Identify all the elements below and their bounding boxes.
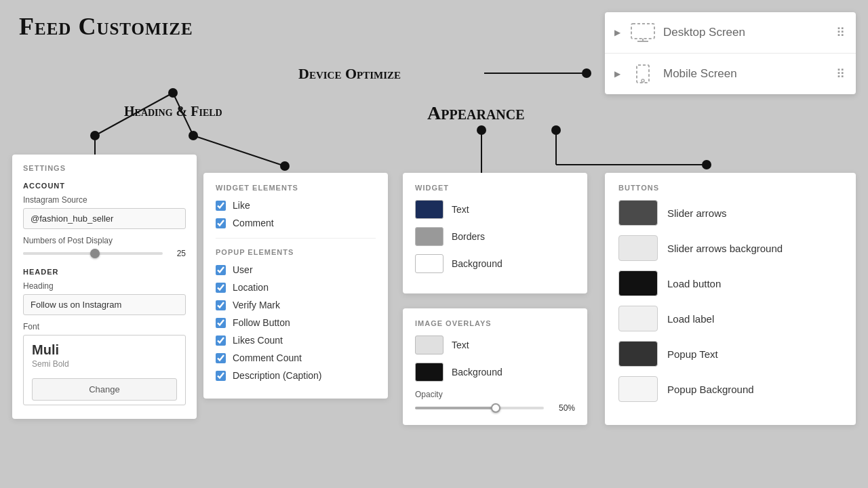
- popup-comment-count-row: Comment Count: [216, 352, 376, 363]
- popup-location-row: Location: [216, 282, 376, 293]
- svg-point-9: [582, 68, 591, 78]
- slider-arrows-bg-swatch[interactable]: [618, 235, 658, 261]
- follow-checkbox[interactable]: [216, 318, 226, 328]
- likes-label: Likes Count: [233, 335, 283, 346]
- desktop-arrow-icon: ▶: [614, 28, 624, 37]
- svg-point-11: [477, 125, 486, 135]
- mobile-screen-item[interactable]: ▶ Mobile Screen ⠿: [605, 54, 856, 94]
- slider-arrows-bg-row: Slider arrows background: [618, 235, 842, 261]
- comment-count-label: Comment Count: [233, 352, 302, 363]
- change-font-button[interactable]: Change: [32, 378, 177, 401]
- popup-follow-row: Follow Button: [216, 317, 376, 328]
- location-checkbox[interactable]: [216, 283, 226, 293]
- load-label-row: Load label: [618, 306, 842, 331]
- device-optimize-label: Device Optimize: [298, 65, 401, 83]
- font-weight: Semi Bold: [32, 359, 177, 369]
- overlay-bg-label: Background: [452, 367, 502, 378]
- widget-elements-title: WIDGET ELEMENTS: [216, 184, 376, 192]
- appearance-label: Appearance: [427, 102, 525, 124]
- likes-checkbox[interactable]: [216, 336, 226, 346]
- slider-arrows-row: Slider arrows: [618, 200, 842, 226]
- verify-checkbox[interactable]: [216, 300, 226, 310]
- font-box: Muli Semi Bold Change: [23, 335, 186, 405]
- mobile-screen-dots[interactable]: ⠿: [836, 66, 846, 81]
- popup-likes-row: Likes Count: [216, 335, 376, 346]
- widget-borders-row: Borders: [415, 227, 575, 246]
- like-label: Like: [233, 200, 250, 211]
- load-button-swatch[interactable]: [618, 270, 658, 296]
- slider-arrows-swatch[interactable]: [618, 200, 658, 226]
- mobile-arrow-icon: ▶: [614, 69, 624, 79]
- popup-bg-row: Popup Background: [618, 376, 842, 402]
- popup-elements-title: POPUP ELEMENTS: [216, 248, 376, 256]
- like-checkbox[interactable]: [216, 201, 226, 211]
- svg-point-14: [702, 160, 711, 169]
- image-overlays-panel: IMAGE OVERLAYS Text Background Opacity 5…: [403, 308, 587, 425]
- popup-verify-row: Verify Mark: [216, 300, 376, 310]
- svg-point-5: [189, 131, 198, 140]
- widget-comment-row: Comment: [216, 218, 376, 228]
- svg-point-20: [642, 79, 644, 82]
- popup-text-row: Popup Text: [618, 341, 842, 367]
- header-label: HEADER: [23, 268, 186, 276]
- heading-field-label: Heading & Field: [124, 104, 222, 119]
- svg-point-0: [168, 88, 178, 98]
- heading-input[interactable]: [23, 294, 186, 315]
- popup-bg-swatch[interactable]: [618, 376, 658, 402]
- settings-panel: SETTINGS ACCOUNT Instagram Source Number…: [12, 155, 197, 419]
- font-label: Font: [23, 322, 186, 331]
- widget-background-row: Background: [415, 254, 575, 273]
- opacity-slider-track[interactable]: [415, 407, 544, 409]
- mobile-screen-icon: [631, 64, 655, 83]
- overlay-bg-row: Background: [415, 363, 575, 382]
- font-name: Muli: [32, 342, 177, 358]
- comment-label: Comment: [233, 218, 274, 228]
- widget-borders-label: Borders: [452, 231, 485, 242]
- user-checkbox[interactable]: [216, 265, 226, 275]
- widget-title: WIDGET: [415, 184, 575, 192]
- load-button-label: Load button: [667, 278, 721, 289]
- widget-text-label: Text: [452, 204, 469, 215]
- load-button-row: Load button: [618, 270, 842, 296]
- follow-label: Follow Button: [233, 317, 290, 328]
- verify-label: Verify Mark: [233, 300, 280, 310]
- comment-count-checkbox[interactable]: [216, 353, 226, 363]
- slider-arrows-label: Slider arrows: [667, 207, 727, 219]
- svg-point-7: [280, 161, 290, 171]
- widget-background-label: Background: [452, 258, 502, 269]
- widget-background-swatch[interactable]: [415, 254, 443, 273]
- load-label-label: Load label: [667, 313, 714, 325]
- popup-user-row: User: [216, 264, 376, 275]
- buttons-title: BUTTONS: [618, 184, 842, 192]
- widget-like-row: Like: [216, 200, 376, 211]
- widget-text-row: Text: [415, 200, 575, 219]
- heading-label: Heading: [23, 281, 186, 291]
- page-title: Feed Customize: [19, 12, 193, 41]
- svg-point-15: [551, 125, 561, 135]
- svg-rect-16: [631, 24, 654, 39]
- widget-borders-swatch[interactable]: [415, 227, 443, 246]
- svg-point-2: [90, 131, 100, 140]
- image-overlays-title: IMAGE OVERLAYS: [415, 319, 575, 327]
- instagram-source-input[interactable]: [23, 208, 186, 229]
- popup-bg-label: Popup Background: [667, 384, 754, 395]
- desktop-screen-item[interactable]: ▶ Desktop Screen ⠿: [605, 12, 856, 54]
- location-label: Location: [233, 282, 269, 293]
- popup-text-label: Popup Text: [667, 348, 718, 360]
- comment-checkbox[interactable]: [216, 218, 226, 228]
- overlay-text-label: Text: [452, 340, 469, 350]
- svg-line-6: [193, 136, 285, 166]
- instagram-source-label: Instagram Source: [23, 195, 186, 205]
- slider-arrows-bg-label: Slider arrows background: [667, 243, 783, 254]
- post-display-slider-track: [23, 252, 163, 255]
- popup-text-swatch[interactable]: [618, 341, 658, 367]
- opacity-label: Opacity: [415, 390, 575, 399]
- overlay-text-row: Text: [415, 336, 575, 354]
- svg-rect-19: [637, 65, 649, 83]
- overlay-text-swatch[interactable]: [415, 336, 443, 354]
- load-label-swatch[interactable]: [618, 306, 658, 331]
- widget-text-swatch[interactable]: [415, 200, 443, 219]
- desktop-screen-dots[interactable]: ⠿: [836, 25, 846, 40]
- overlay-bg-swatch[interactable]: [415, 363, 443, 382]
- description-checkbox[interactable]: [216, 371, 226, 381]
